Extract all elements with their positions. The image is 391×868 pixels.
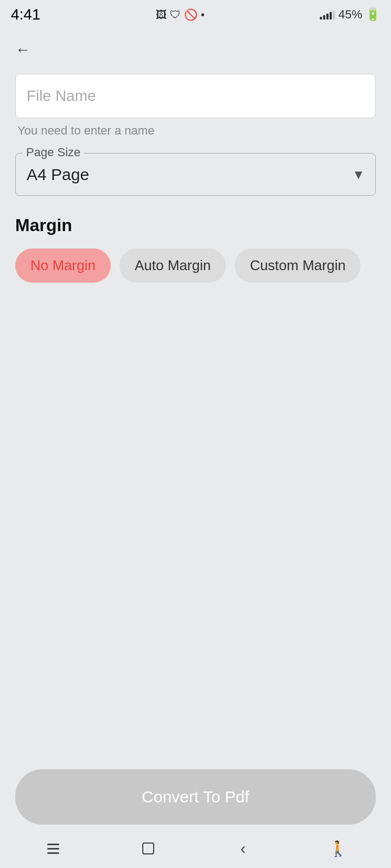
person-icon: 🚶 <box>329 840 348 858</box>
margin-options: No Margin Auto Margin Custom Margin <box>15 248 376 283</box>
nav-back-button[interactable]: ‹ <box>227 832 260 865</box>
custom-margin-button[interactable]: Custom Margin <box>235 248 361 283</box>
nav-menu-button[interactable] <box>37 832 70 865</box>
status-right: 45% 🔋 <box>320 8 380 22</box>
bottom-nav: ‹ 🚶 <box>0 829 391 868</box>
signal-bar-2 <box>323 15 325 20</box>
status-time: 4:41 <box>11 6 41 23</box>
convert-to-pdf-button[interactable]: Convert To Pdf <box>15 769 376 825</box>
convert-button-label: Convert To Pdf <box>142 788 249 806</box>
main-content: You need to enter a name Page Size A4 Pa… <box>0 68 391 293</box>
status-bar: 4:41 🖼 🛡 🚫 • 45% 🔋 <box>0 0 391 27</box>
home-square-icon <box>142 843 154 854</box>
nav-home-button[interactable] <box>132 832 165 865</box>
battery-percentage: 45% <box>338 8 362 22</box>
file-name-container <box>15 74 376 118</box>
signal-bar-1 <box>320 17 322 20</box>
block-icon: 🚫 <box>184 8 198 21</box>
page-size-label: Page Size <box>23 145 84 159</box>
signal-bar-3 <box>326 14 329 20</box>
battery-icon: 🔋 <box>365 8 380 22</box>
shield-icon: 🛡 <box>170 9 181 21</box>
no-margin-button[interactable]: No Margin <box>15 248 111 283</box>
dot-icon: • <box>201 9 205 21</box>
gallery-icon: 🖼 <box>156 9 167 21</box>
file-name-input[interactable] <box>16 74 375 118</box>
signal-bar-4 <box>330 12 332 20</box>
no-margin-label: No Margin <box>30 257 96 273</box>
margin-title: Margin <box>15 215 376 235</box>
nav-back-chevron-icon: ‹ <box>241 839 246 858</box>
back-arrow-icon: ← <box>15 41 30 59</box>
signal-bars <box>320 10 335 20</box>
signal-bar-5 <box>333 10 335 20</box>
auto-margin-button[interactable]: Auto Margin <box>119 248 226 283</box>
nav-person-button[interactable]: 🚶 <box>322 832 355 865</box>
back-button[interactable]: ← <box>11 37 35 63</box>
custom-margin-label: Custom Margin <box>250 257 345 273</box>
auto-margin-label: Auto Margin <box>135 257 211 273</box>
back-button-area: ← <box>0 27 391 68</box>
menu-icon <box>47 844 59 854</box>
margin-section: Margin No Margin Auto Margin Custom Marg… <box>15 215 376 283</box>
page-size-wrapper: Page Size A4 Page Letter Legal A3 ▼ <box>15 153 376 196</box>
status-icons: 🖼 🛡 🚫 • <box>156 8 205 21</box>
file-name-error: You need to enter a name <box>15 124 376 138</box>
convert-button-area: Convert To Pdf <box>15 769 376 825</box>
